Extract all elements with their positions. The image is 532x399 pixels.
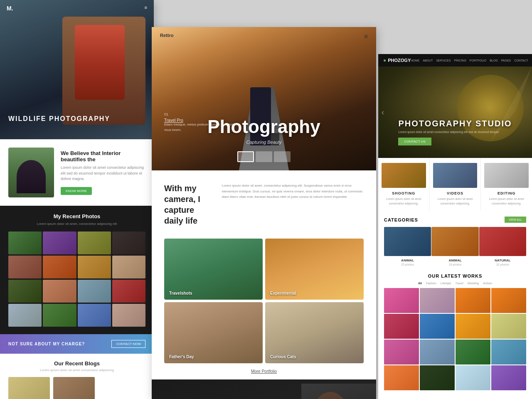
photo-thumb[interactable] (8, 256, 42, 278)
work-item[interactable] (420, 340, 455, 365)
portfolio-item-cat[interactable]: Curious Cats (265, 302, 364, 363)
filter-fashion[interactable]: Fashion (426, 282, 436, 285)
left-panel: M. ≡ WILDLIFE PHOTOGRAPHY We Believe tha… (0, 0, 154, 399)
nav-pages[interactable]: PAGES (501, 59, 511, 62)
portfolio-item-experimental[interactable]: Experimental (265, 239, 364, 300)
work-item[interactable] (456, 365, 490, 390)
dot-2[interactable] (256, 151, 272, 162)
hero-right-text: PHOTOGRAPHY STUDIO Lorem ipsum dolor sit… (390, 119, 520, 158)
cta-banner: NOT SURE ABOUT MY CHARGE? CONTACT NOW (0, 334, 154, 354)
work-item[interactable] (384, 340, 419, 365)
view-all-button[interactable]: VIEW ALL (505, 217, 526, 223)
photo-thumb[interactable] (112, 304, 145, 327)
work-item[interactable] (456, 340, 490, 365)
service-videos-desc: Lorem ipsum dolor sit amet consectetur a… (433, 197, 478, 206)
blogs-subtitle: Lorem ipsum dolor sit amet consectetur a… (8, 368, 145, 372)
photo-thumb[interactable] (78, 304, 111, 327)
photo-thumb[interactable] (112, 232, 145, 254)
know-more-button[interactable]: KNOW MORE (61, 187, 92, 195)
work-item[interactable] (420, 365, 455, 390)
photo-thumb[interactable] (8, 232, 42, 254)
photo-thumb[interactable] (112, 256, 145, 278)
nav-contact[interactable]: CONTACT (514, 59, 528, 62)
nav-home[interactable]: HOME (411, 59, 419, 62)
phozogy-nav: HOME ABOUT SERVICES PRICING PORTFOLIO BL… (411, 59, 528, 62)
left-arrow-icon[interactable]: ‹ (382, 108, 384, 117)
portfolio-label: Curious Cats (270, 355, 296, 359)
wildlife-figure (62, 17, 145, 125)
photo-thumb[interactable] (8, 304, 42, 327)
work-item[interactable] (491, 314, 526, 339)
work-item[interactable] (491, 288, 526, 313)
filter-travel[interactable]: Travel (456, 282, 463, 285)
about-right: Lorem ipsum dolor sit amet, consectetur … (222, 183, 364, 230)
portfolio-item-father[interactable]: Father's Day (164, 302, 263, 363)
center-panel: Rettro ≡ Photography Capturing Beauty 01… (152, 27, 376, 399)
filter-artisan[interactable]: Artisan (483, 282, 492, 285)
work-item[interactable] (384, 314, 419, 339)
service-videos: VIDEOS Lorem ipsum dolor sit amet consec… (430, 158, 481, 211)
hamburger-icon[interactable]: ≡ (364, 33, 368, 40)
nav-portfolio[interactable]: PORTFOLIO (470, 59, 486, 62)
portfolio-grid: Travelshots Experimental Father's Day Cu… (152, 239, 376, 363)
work-item[interactable] (491, 340, 526, 365)
latest-title: OUR LATEST WORKS (384, 273, 526, 278)
hero-text-block: Etiam tristique, metus pretium numam ele… (164, 122, 239, 133)
more-portfolio-link[interactable]: More Portfolio (152, 363, 376, 379)
work-item[interactable] (456, 314, 490, 339)
work-item[interactable] (491, 365, 526, 390)
latest-works: OUR LATEST WORKS All Fashion Lifestyle T… (378, 269, 532, 390)
nav-blog[interactable]: BLOG (490, 59, 498, 62)
filter-wedding[interactable]: Wedding (468, 282, 479, 285)
photo-thumb[interactable] (112, 280, 145, 303)
category-animal2[interactable]: ANIMAL 18 photos (431, 227, 478, 266)
nav-services[interactable]: SERVICES (436, 59, 451, 62)
category-name: NATURAL (479, 259, 526, 262)
service-editing-title: EDITING (484, 191, 529, 195)
category-natural[interactable]: NATURAL 32 photos (479, 227, 526, 266)
cta-link[interactable]: CONTACT NOW (111, 340, 145, 348)
portfolio-item-travelshots[interactable]: Travelshots (164, 239, 263, 300)
work-item[interactable] (456, 288, 490, 313)
contact-button[interactable]: CONTACT US (398, 138, 431, 145)
profile-heading: We Believe that Interior beautifies the (61, 150, 145, 163)
videos-thumb (433, 163, 478, 188)
photo-thumb[interactable] (43, 280, 76, 303)
categories-title: CATEGORIES (384, 217, 418, 222)
dot-3[interactable] (274, 151, 291, 162)
categories-section: CATEGORIES VIEW ALL ANIMAL 25 photos ANI… (378, 211, 532, 269)
nav-pricing[interactable]: PRICING (454, 59, 466, 62)
service-shooting-title: SHOOTING (382, 191, 426, 195)
photo-thumb[interactable] (78, 280, 111, 303)
work-item[interactable] (384, 288, 419, 313)
phozogy-brand: PHOZOGY (388, 58, 411, 63)
category-name: ANIMAL (384, 259, 431, 262)
hero-link[interactable]: Travel Pro (164, 118, 183, 123)
blog-thumb[interactable] (8, 377, 50, 399)
brand-menu[interactable]: ≡ (145, 5, 147, 10)
dot-1[interactable] (237, 151, 254, 162)
hero-right-title: PHOTOGRAPHY STUDIO (398, 119, 512, 128)
photo-thumb[interactable] (8, 280, 42, 303)
filter-all[interactable]: All (418, 282, 422, 285)
photo-thumb[interactable] (43, 256, 76, 278)
photo-thumb[interactable] (43, 232, 76, 254)
nav-about[interactable]: ABOUT (423, 59, 433, 62)
about-heading: With my camera, I capture daily life (164, 183, 214, 226)
photo-thumb[interactable] (43, 304, 76, 327)
filter-lifestyle[interactable]: Lifestyle (441, 282, 451, 285)
nav-logo: Rettro (160, 33, 173, 38)
category-count: 32 photos (479, 263, 526, 266)
photo-thumb[interactable] (78, 256, 111, 278)
blog-thumb[interactable] (53, 377, 95, 399)
work-item[interactable] (420, 288, 455, 313)
work-item[interactable] (384, 365, 419, 390)
service-shooting: SHOOTING Lorem ipsum dolor sit amet cons… (378, 158, 429, 211)
photo-thumb[interactable] (78, 232, 111, 254)
recent-photos-subtitle: Lorem ipsum dolor sit amet, consectetur … (8, 222, 145, 226)
category-animal1[interactable]: ANIMAL 25 photos (384, 227, 431, 266)
categories-row: ANIMAL 25 photos ANIMAL 18 photos NATURA… (384, 227, 526, 266)
portfolio-label: Travelshots (169, 291, 192, 296)
work-item[interactable] (420, 314, 455, 339)
portfolio-label: Father's Day (169, 355, 194, 359)
